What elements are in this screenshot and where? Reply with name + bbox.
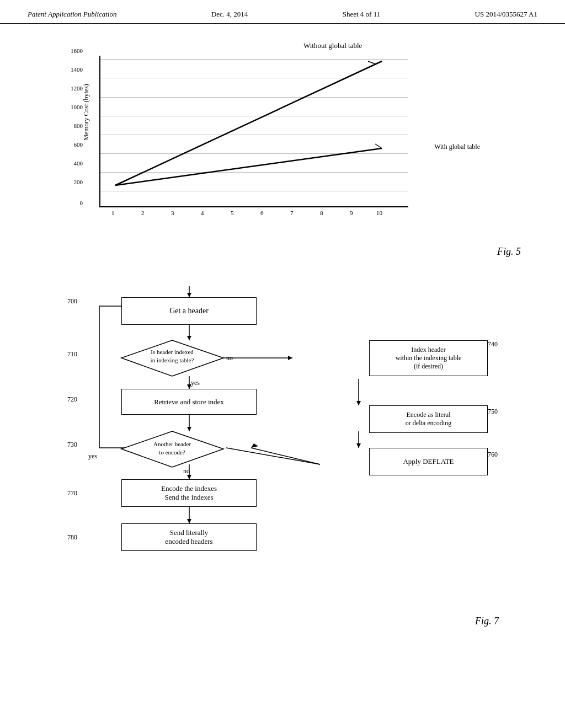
- is-header-indexed-diamond: Is header indexed in indexing table?: [121, 340, 223, 376]
- apply-deflate-box: Apply DEFLATE: [369, 448, 488, 475]
- y-tick-1400: 1400: [71, 66, 83, 73]
- x-tick-7: 7: [290, 210, 294, 216]
- another-header-diamond: Another header to encode?: [121, 431, 223, 467]
- svg-marker-17: [356, 443, 361, 448]
- fig5-label: Fig. 5: [33, 246, 521, 258]
- svg-text:Is header indexed: Is header indexed: [151, 349, 194, 355]
- y-tick-1600: 1600: [71, 47, 83, 54]
- publication-label: Patent Application Publication: [28, 10, 117, 19]
- x-tick-8: 8: [320, 210, 323, 216]
- apply-deflate-text: Apply DEFLATE: [403, 457, 454, 466]
- fig7-label: Fig. 7: [475, 615, 499, 627]
- arrow-without: [368, 61, 375, 64]
- index-header-box: Index header within the indexing table (…: [369, 340, 488, 376]
- node-770-label: 770: [67, 489, 77, 497]
- page-header: Patent Application Publication Dec. 4, 2…: [0, 0, 565, 24]
- node-700-label: 700: [67, 297, 77, 306]
- encode-indexes-box: Encode the indexes Send the indexes: [121, 479, 257, 507]
- svg-text:in indexing table?: in indexing table?: [151, 357, 194, 363]
- y-tick-200: 200: [74, 179, 83, 185]
- x-tick-5: 5: [231, 210, 234, 216]
- x-tick-1: 1: [111, 210, 115, 216]
- date-label: Dec. 4, 2014: [211, 10, 248, 19]
- no-label-730: no: [183, 467, 190, 475]
- svg-marker-11: [187, 519, 191, 523]
- chart-section: Without global table Memory Cost (bytes)…: [33, 40, 532, 258]
- svg-marker-15: [356, 401, 361, 405]
- get-header-text: Get a header: [169, 307, 209, 315]
- node-750-label: 750: [488, 408, 498, 416]
- y-axis-label: Memory Cost (bytes): [82, 84, 90, 141]
- y-tick-800: 800: [74, 122, 83, 129]
- node-730-label: 730: [67, 441, 77, 449]
- yes-label-730: yes: [88, 452, 97, 461]
- node-720-label: 720: [67, 395, 77, 404]
- x-tick-4: 4: [201, 210, 204, 216]
- svg-line-20: [226, 448, 320, 464]
- node-760-label: 760: [488, 451, 498, 459]
- svg-marker-7: [187, 427, 191, 431]
- patent-number-label: US 2014/0355627 A1: [475, 10, 537, 19]
- get-header-box: Get a header: [121, 297, 257, 325]
- main-content: Without global table Memory Cost (bytes)…: [0, 24, 565, 660]
- svg-marker-3: [187, 336, 191, 340]
- send-literally-box: Send literally encoded headers: [121, 523, 257, 551]
- retrieve-store-text: Retrieve and store index: [154, 398, 224, 406]
- flowchart-section: 700 Get a header 710 Is header indexed i…: [33, 269, 532, 644]
- yes-label-710: yes: [191, 379, 200, 387]
- svg-marker-13: [288, 356, 292, 360]
- x-tick-6: 6: [260, 210, 264, 216]
- y-tick-1000: 1000: [71, 104, 83, 110]
- without-global-label: Without global table: [303, 41, 362, 50]
- with-global-label: With global table: [434, 143, 480, 151]
- flowchart-container: 700 Get a header 710 Is header indexed i…: [33, 269, 532, 644]
- node-740-label: 740: [488, 340, 498, 349]
- retrieve-store-index-box: Retrieve and store index: [121, 389, 257, 415]
- x-tick-3: 3: [171, 210, 174, 216]
- y-tick-1200: 1200: [71, 85, 83, 92]
- no-label-710: no: [226, 354, 233, 362]
- arrow-with: [375, 144, 382, 148]
- svg-marker-9: [187, 475, 191, 479]
- svg-marker-1: [187, 293, 191, 297]
- encode-literal-text: Encode as literal or delta encoding: [406, 411, 451, 427]
- y-tick-0: 0: [80, 200, 83, 206]
- svg-line-18: [251, 448, 320, 464]
- chart-lines-svg: [100, 56, 408, 206]
- x-tick-2: 2: [141, 210, 145, 216]
- y-tick-600: 600: [74, 141, 83, 148]
- svg-text:Another header: Another header: [153, 441, 191, 447]
- svg-marker-19: [251, 443, 258, 448]
- chart-plot-area: 1 2 3 4 5 6 7 8 9 10 With global table: [99, 56, 408, 207]
- y-tick-400: 400: [74, 160, 83, 167]
- x-tick-9: 9: [350, 210, 353, 216]
- svg-text:to encode?: to encode?: [159, 449, 185, 456]
- node-710-label: 710: [67, 350, 77, 358]
- sheet-label: Sheet 4 of 11: [343, 10, 380, 19]
- send-literally-text: Send literally encoded headers: [165, 528, 212, 546]
- index-header-text: Index header within the indexing table (…: [396, 346, 462, 371]
- encode-literal-box: Encode as literal or delta encoding: [369, 405, 488, 433]
- x-tick-10: 10: [376, 210, 382, 216]
- node-780-label: 780: [67, 533, 77, 542]
- encode-indexes-text: Encode the indexes Send the indexes: [161, 484, 217, 502]
